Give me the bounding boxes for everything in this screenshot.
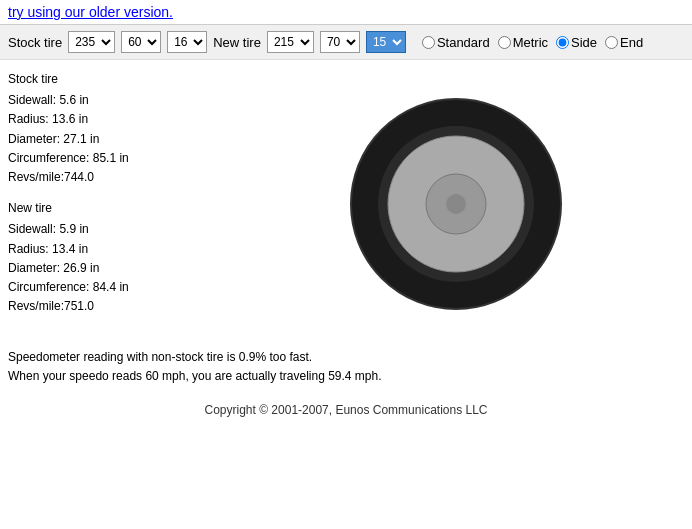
- info-panel: Stock tire Sidewall: 5.6 in Radius: 13.6…: [8, 70, 208, 328]
- radio-standard[interactable]: Standard: [422, 35, 490, 50]
- top-banner: try using our older version.: [0, 0, 692, 25]
- speedometer-line1: Speedometer reading with non-stock tire …: [8, 348, 684, 367]
- new-aspect-select[interactable]: 65 70 75: [320, 31, 360, 53]
- bottom-section: Speedometer reading with non-stock tire …: [0, 338, 692, 420]
- new-rim-select[interactable]: 14 15 16: [366, 31, 406, 53]
- new-tire-title: New tire: [8, 199, 208, 218]
- copyright-text: Copyright © 2001-2007, Eunos Communicati…: [8, 401, 684, 420]
- stock-revs: Revs/mile:744.0: [8, 168, 208, 187]
- new-sidewall: Sidewall: 5.9 in: [8, 220, 208, 239]
- stock-width-select[interactable]: 235 245 255: [68, 31, 115, 53]
- stock-tire-title: Stock tire: [8, 70, 208, 89]
- new-circumference: Circumference: 84.4 in: [8, 278, 208, 297]
- stock-circumference: Circumference: 85.1 in: [8, 149, 208, 168]
- svg-point-4: [446, 194, 466, 214]
- new-revs: Revs/mile:751.0: [8, 297, 208, 316]
- stock-sidewall: Sidewall: 5.6 in: [8, 91, 208, 110]
- older-version-link[interactable]: try using our older version.: [8, 4, 173, 20]
- new-tire-info: New tire Sidewall: 5.9 in Radius: 13.4 i…: [8, 199, 208, 316]
- radio-end[interactable]: End: [605, 35, 643, 50]
- view-radio-group: Standard Metric Side End: [422, 35, 643, 50]
- stock-radius: Radius: 13.6 in: [8, 110, 208, 129]
- main-content: Stock tire Sidewall: 5.6 in Radius: 13.6…: [0, 60, 692, 338]
- stock-tire-label: Stock tire: [8, 35, 62, 50]
- radio-metric[interactable]: Metric: [498, 35, 548, 50]
- speedometer-line2: When your speedo reads 60 mph, you are a…: [8, 367, 684, 386]
- tire-diagram: [346, 94, 566, 314]
- new-radius: Radius: 13.4 in: [8, 240, 208, 259]
- new-width-select[interactable]: 205 215 225: [267, 31, 314, 53]
- new-diameter: Diameter: 26.9 in: [8, 259, 208, 278]
- controls-bar: Stock tire 235 245 255 60 65 70 14 15 16…: [0, 25, 692, 60]
- stock-rim-select[interactable]: 14 15 16 17: [167, 31, 207, 53]
- new-tire-label: New tire: [213, 35, 261, 50]
- stock-aspect-select[interactable]: 60 65 70: [121, 31, 161, 53]
- stock-tire-info: Stock tire Sidewall: 5.6 in Radius: 13.6…: [8, 70, 208, 187]
- stock-diameter: Diameter: 27.1 in: [8, 130, 208, 149]
- radio-side[interactable]: Side: [556, 35, 597, 50]
- tire-visual: [228, 70, 684, 328]
